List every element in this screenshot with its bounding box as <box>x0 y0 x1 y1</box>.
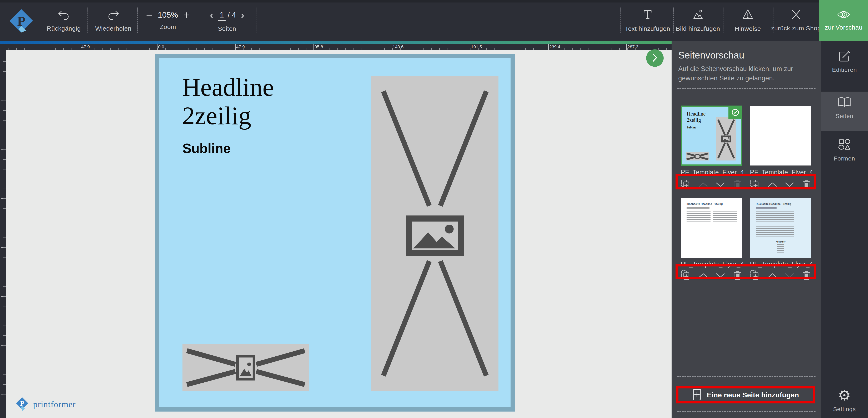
flyer-page[interactable]: Headline 2zeilig Subline <box>159 58 510 407</box>
design-canvas[interactable]: Headline 2zeilig Subline <box>6 51 672 418</box>
text-lines <box>777 245 784 253</box>
page-thumbnail-1[interactable]: Headline 2zeilig Subline <box>681 105 742 166</box>
rail-item-seiten[interactable]: Seiten <box>821 96 868 120</box>
move-page-up-button[interactable] <box>764 178 781 191</box>
back-to-shop-button[interactable]: zurück zum Shop <box>773 0 819 41</box>
move-page-up-button[interactable] <box>764 269 781 282</box>
dashed-divider <box>677 376 815 377</box>
add-text-button[interactable]: Text hinzufügen <box>622 0 673 41</box>
move-page-down-button[interactable] <box>712 178 728 191</box>
redo-icon <box>107 9 120 21</box>
toolbar-separator <box>38 7 38 33</box>
toolbar-separator <box>137 7 138 33</box>
page-navigation-group: ‹ 1 / 4 › Seiten <box>198 0 256 41</box>
zoom-out-button[interactable]: − <box>146 11 152 19</box>
edit-icon <box>838 50 851 63</box>
zoom-value[interactable]: 105% <box>158 11 178 20</box>
brand-name: printformer <box>33 399 76 409</box>
subline-text[interactable]: Subline <box>183 141 230 156</box>
rail-item-formen[interactable]: Formen <box>821 139 868 162</box>
headline-text[interactable]: Headline 2zeilig <box>182 73 274 130</box>
mini-placeholder <box>686 152 709 160</box>
close-icon <box>790 9 802 21</box>
redo-button[interactable]: Wiederholen <box>90 0 137 41</box>
text-tool-icon <box>642 8 654 22</box>
image-tool-icon <box>692 8 704 22</box>
top-toolbar: P Rückgängig Wiederholen − 105% + Zoom <box>0 0 868 41</box>
dashed-divider <box>677 88 815 89</box>
duplicate-page-button[interactable] <box>677 269 694 282</box>
delete-page-button[interactable] <box>798 269 815 282</box>
vertical-ruler <box>0 51 6 418</box>
page-thumbnail-4[interactable]: Rückseite Headline - 1zeilig Absender <box>750 198 811 258</box>
add-image-button[interactable]: Bild hinzufügen <box>673 0 723 41</box>
book-icon <box>837 96 852 109</box>
delete-page-button[interactable] <box>729 178 746 191</box>
undo-button[interactable]: Rückgängig <box>40 0 88 41</box>
horizontal-ruler: -47.9 0.0 47.9 95.8 143.6 191.5 239.4 28… <box>0 44 672 51</box>
dashed-divider <box>677 411 815 412</box>
app-window: P Rückgängig Wiederholen − 105% + Zoom <box>0 0 868 418</box>
footer-brand: P printformer <box>16 396 76 412</box>
move-page-up-button[interactable] <box>695 178 712 191</box>
chevron-right-icon <box>651 53 658 63</box>
selected-check-badge <box>728 105 742 119</box>
image-placeholder-large[interactable] <box>371 76 498 391</box>
picture-icon <box>409 219 461 253</box>
printformer-logo-icon[interactable]: P <box>9 8 34 34</box>
hints-button[interactable]: Hinweise <box>723 0 773 41</box>
rail-item-settings[interactable]: ⚙ Settings <box>821 388 868 413</box>
svg-text:P: P <box>17 14 25 29</box>
eye-icon <box>837 10 850 20</box>
toolbar-separator <box>88 7 88 33</box>
delete-page-button[interactable] <box>798 178 815 191</box>
undo-icon <box>58 9 70 21</box>
page-name: PF_Template_Flyer_4S... <box>681 260 743 268</box>
page-thumbnail-2[interactable] <box>750 106 811 165</box>
move-page-down-button[interactable] <box>781 178 798 191</box>
text-lines <box>687 212 711 224</box>
zoom-group: − 105% + Zoom <box>139 0 197 41</box>
add-page-icon <box>692 389 701 401</box>
total-pages: 4 <box>232 11 236 19</box>
text-lines <box>756 212 794 237</box>
image-placeholder-small[interactable] <box>183 344 309 391</box>
duplicate-page-button[interactable] <box>747 178 763 191</box>
toolbar-separator <box>256 7 256 33</box>
duplicate-page-button[interactable] <box>747 269 763 282</box>
mini-placeholder <box>716 118 736 160</box>
gear-icon: ⚙ <box>838 388 851 403</box>
shapes-icon <box>838 139 851 152</box>
move-page-down-button[interactable] <box>781 269 798 282</box>
warning-triangle-icon <box>742 8 754 22</box>
move-page-up-button[interactable] <box>695 269 712 282</box>
duplicate-page-button[interactable] <box>677 178 694 191</box>
current-page[interactable]: 1 <box>218 11 226 21</box>
next-page-button[interactable]: › <box>241 8 244 22</box>
zoom-in-button[interactable]: + <box>184 11 190 19</box>
panel-title: Seitenvorschau <box>678 50 744 61</box>
add-new-page-button[interactable]: Eine neue Seite hinzufügen <box>679 388 813 402</box>
page-name: PF_Template_Flyer_4S... <box>750 169 812 176</box>
text-lines <box>713 212 737 224</box>
picture-icon <box>238 356 254 379</box>
page-thumbnail-3[interactable]: Innenseite Headline - 1zeilig <box>681 198 742 258</box>
move-page-down-button[interactable] <box>712 269 728 282</box>
page-name: PF_Template_Flyer_4S... <box>750 260 812 268</box>
sender-label: Absender <box>750 240 811 243</box>
panel-subtitle: Auf die Seitenvorschau klicken, um zur g… <box>678 64 805 83</box>
toolbar-separator <box>620 7 621 33</box>
page-name: PF_Template_Flyer_4S... <box>681 169 743 176</box>
previous-page-button[interactable]: ‹ <box>210 8 214 22</box>
delete-page-button[interactable] <box>729 269 746 282</box>
flyer-artboard[interactable]: Headline 2zeilig Subline <box>155 54 515 412</box>
preview-button[interactable]: zur Vorschau <box>819 0 868 41</box>
next-page-float-button[interactable] <box>646 49 664 67</box>
printformer-logo-icon: P <box>16 396 29 412</box>
svg-text:P: P <box>20 400 24 407</box>
tool-rail: Editieren Seiten Formen ⚙ Settings <box>821 41 868 418</box>
toolbar-separator <box>197 7 197 33</box>
page-preview-panel: Seitenvorschau Auf die Seitenvorschau kl… <box>672 41 821 418</box>
gradient-progress-bar <box>0 41 672 44</box>
rail-item-editieren[interactable]: Editieren <box>821 50 868 73</box>
